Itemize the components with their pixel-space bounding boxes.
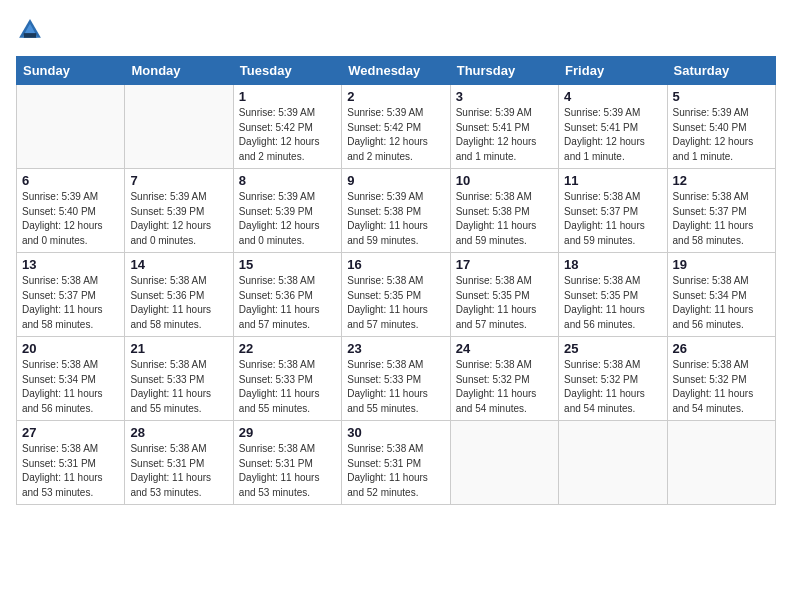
calendar-cell: 11Sunrise: 5:38 AM Sunset: 5:37 PM Dayli… [559, 169, 667, 253]
calendar-table: SundayMondayTuesdayWednesdayThursdayFrid… [16, 56, 776, 505]
day-number: 1 [239, 89, 336, 104]
week-row-2: 6Sunrise: 5:39 AM Sunset: 5:40 PM Daylig… [17, 169, 776, 253]
calendar-cell: 18Sunrise: 5:38 AM Sunset: 5:35 PM Dayli… [559, 253, 667, 337]
day-number: 16 [347, 257, 444, 272]
logo-icon [16, 16, 44, 44]
calendar-cell [17, 85, 125, 169]
calendar-cell: 22Sunrise: 5:38 AM Sunset: 5:33 PM Dayli… [233, 337, 341, 421]
week-row-5: 27Sunrise: 5:38 AM Sunset: 5:31 PM Dayli… [17, 421, 776, 505]
day-info: Sunrise: 5:39 AM Sunset: 5:42 PM Dayligh… [239, 106, 336, 164]
day-info: Sunrise: 5:38 AM Sunset: 5:36 PM Dayligh… [130, 274, 227, 332]
day-info: Sunrise: 5:39 AM Sunset: 5:41 PM Dayligh… [456, 106, 553, 164]
day-number: 10 [456, 173, 553, 188]
day-info: Sunrise: 5:38 AM Sunset: 5:31 PM Dayligh… [22, 442, 119, 500]
day-info: Sunrise: 5:38 AM Sunset: 5:35 PM Dayligh… [347, 274, 444, 332]
calendar-cell: 1Sunrise: 5:39 AM Sunset: 5:42 PM Daylig… [233, 85, 341, 169]
day-number: 13 [22, 257, 119, 272]
day-info: Sunrise: 5:38 AM Sunset: 5:37 PM Dayligh… [673, 190, 770, 248]
day-number: 6 [22, 173, 119, 188]
day-number: 12 [673, 173, 770, 188]
calendar-cell: 20Sunrise: 5:38 AM Sunset: 5:34 PM Dayli… [17, 337, 125, 421]
day-info: Sunrise: 5:39 AM Sunset: 5:40 PM Dayligh… [22, 190, 119, 248]
calendar-cell: 25Sunrise: 5:38 AM Sunset: 5:32 PM Dayli… [559, 337, 667, 421]
day-number: 4 [564, 89, 661, 104]
calendar-cell: 6Sunrise: 5:39 AM Sunset: 5:40 PM Daylig… [17, 169, 125, 253]
calendar-cell: 21Sunrise: 5:38 AM Sunset: 5:33 PM Dayli… [125, 337, 233, 421]
calendar-cell: 12Sunrise: 5:38 AM Sunset: 5:37 PM Dayli… [667, 169, 775, 253]
day-number: 2 [347, 89, 444, 104]
day-info: Sunrise: 5:38 AM Sunset: 5:35 PM Dayligh… [564, 274, 661, 332]
calendar-cell: 24Sunrise: 5:38 AM Sunset: 5:32 PM Dayli… [450, 337, 558, 421]
day-info: Sunrise: 5:39 AM Sunset: 5:38 PM Dayligh… [347, 190, 444, 248]
day-info: Sunrise: 5:38 AM Sunset: 5:33 PM Dayligh… [347, 358, 444, 416]
calendar-cell: 16Sunrise: 5:38 AM Sunset: 5:35 PM Dayli… [342, 253, 450, 337]
day-number: 15 [239, 257, 336, 272]
day-info: Sunrise: 5:39 AM Sunset: 5:40 PM Dayligh… [673, 106, 770, 164]
day-number: 11 [564, 173, 661, 188]
calendar-cell: 4Sunrise: 5:39 AM Sunset: 5:41 PM Daylig… [559, 85, 667, 169]
calendar-cell: 9Sunrise: 5:39 AM Sunset: 5:38 PM Daylig… [342, 169, 450, 253]
weekday-header-row: SundayMondayTuesdayWednesdayThursdayFrid… [17, 57, 776, 85]
day-info: Sunrise: 5:39 AM Sunset: 5:42 PM Dayligh… [347, 106, 444, 164]
day-info: Sunrise: 5:38 AM Sunset: 5:34 PM Dayligh… [673, 274, 770, 332]
day-info: Sunrise: 5:38 AM Sunset: 5:33 PM Dayligh… [130, 358, 227, 416]
day-info: Sunrise: 5:38 AM Sunset: 5:35 PM Dayligh… [456, 274, 553, 332]
day-number: 23 [347, 341, 444, 356]
calendar-cell: 2Sunrise: 5:39 AM Sunset: 5:42 PM Daylig… [342, 85, 450, 169]
calendar-cell: 17Sunrise: 5:38 AM Sunset: 5:35 PM Dayli… [450, 253, 558, 337]
calendar-cell [450, 421, 558, 505]
calendar-cell: 29Sunrise: 5:38 AM Sunset: 5:31 PM Dayli… [233, 421, 341, 505]
calendar-cell: 8Sunrise: 5:39 AM Sunset: 5:39 PM Daylig… [233, 169, 341, 253]
day-info: Sunrise: 5:38 AM Sunset: 5:31 PM Dayligh… [130, 442, 227, 500]
weekday-header-monday: Monday [125, 57, 233, 85]
day-info: Sunrise: 5:39 AM Sunset: 5:39 PM Dayligh… [239, 190, 336, 248]
calendar-cell: 27Sunrise: 5:38 AM Sunset: 5:31 PM Dayli… [17, 421, 125, 505]
weekday-header-wednesday: Wednesday [342, 57, 450, 85]
day-info: Sunrise: 5:38 AM Sunset: 5:31 PM Dayligh… [347, 442, 444, 500]
day-number: 26 [673, 341, 770, 356]
weekday-header-tuesday: Tuesday [233, 57, 341, 85]
page-header [16, 16, 776, 44]
day-info: Sunrise: 5:39 AM Sunset: 5:39 PM Dayligh… [130, 190, 227, 248]
calendar-cell: 14Sunrise: 5:38 AM Sunset: 5:36 PM Dayli… [125, 253, 233, 337]
day-number: 22 [239, 341, 336, 356]
day-info: Sunrise: 5:38 AM Sunset: 5:32 PM Dayligh… [564, 358, 661, 416]
calendar-cell: 30Sunrise: 5:38 AM Sunset: 5:31 PM Dayli… [342, 421, 450, 505]
day-number: 21 [130, 341, 227, 356]
calendar-cell [667, 421, 775, 505]
day-number: 20 [22, 341, 119, 356]
day-number: 19 [673, 257, 770, 272]
day-number: 7 [130, 173, 227, 188]
day-info: Sunrise: 5:38 AM Sunset: 5:38 PM Dayligh… [456, 190, 553, 248]
svg-rect-2 [24, 33, 36, 38]
calendar-cell: 15Sunrise: 5:38 AM Sunset: 5:36 PM Dayli… [233, 253, 341, 337]
day-number: 30 [347, 425, 444, 440]
calendar-cell: 23Sunrise: 5:38 AM Sunset: 5:33 PM Dayli… [342, 337, 450, 421]
day-number: 27 [22, 425, 119, 440]
week-row-4: 20Sunrise: 5:38 AM Sunset: 5:34 PM Dayli… [17, 337, 776, 421]
day-info: Sunrise: 5:38 AM Sunset: 5:37 PM Dayligh… [564, 190, 661, 248]
calendar-cell: 26Sunrise: 5:38 AM Sunset: 5:32 PM Dayli… [667, 337, 775, 421]
day-number: 5 [673, 89, 770, 104]
calendar-cell: 3Sunrise: 5:39 AM Sunset: 5:41 PM Daylig… [450, 85, 558, 169]
day-info: Sunrise: 5:38 AM Sunset: 5:36 PM Dayligh… [239, 274, 336, 332]
day-info: Sunrise: 5:38 AM Sunset: 5:33 PM Dayligh… [239, 358, 336, 416]
calendar-cell: 10Sunrise: 5:38 AM Sunset: 5:38 PM Dayli… [450, 169, 558, 253]
day-number: 9 [347, 173, 444, 188]
day-number: 3 [456, 89, 553, 104]
day-info: Sunrise: 5:38 AM Sunset: 5:32 PM Dayligh… [456, 358, 553, 416]
day-number: 28 [130, 425, 227, 440]
day-info: Sunrise: 5:38 AM Sunset: 5:37 PM Dayligh… [22, 274, 119, 332]
day-number: 29 [239, 425, 336, 440]
weekday-header-friday: Friday [559, 57, 667, 85]
weekday-header-saturday: Saturday [667, 57, 775, 85]
calendar-cell [125, 85, 233, 169]
day-info: Sunrise: 5:38 AM Sunset: 5:31 PM Dayligh… [239, 442, 336, 500]
weekday-header-sunday: Sunday [17, 57, 125, 85]
day-number: 24 [456, 341, 553, 356]
day-number: 8 [239, 173, 336, 188]
calendar-cell: 28Sunrise: 5:38 AM Sunset: 5:31 PM Dayli… [125, 421, 233, 505]
day-number: 25 [564, 341, 661, 356]
day-info: Sunrise: 5:38 AM Sunset: 5:34 PM Dayligh… [22, 358, 119, 416]
day-number: 18 [564, 257, 661, 272]
